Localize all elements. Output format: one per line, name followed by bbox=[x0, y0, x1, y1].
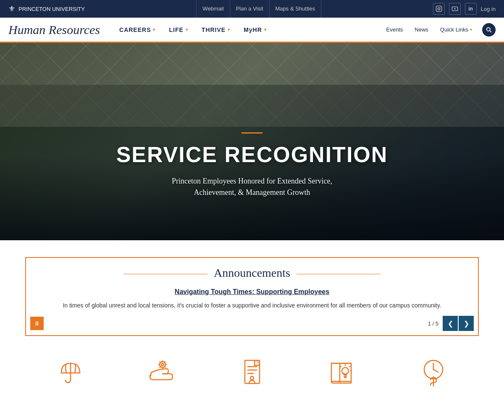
hero-section: SERVICE RECOGNITION Princeton Employees … bbox=[0, 43, 504, 240]
svg-line-6 bbox=[490, 30, 491, 32]
svg-rect-0 bbox=[436, 6, 441, 11]
nav-quicklinks-label: Quick Links bbox=[440, 26, 468, 33]
svg-point-5 bbox=[487, 27, 490, 31]
pause-button[interactable]: ⏸ bbox=[30, 317, 44, 330]
princeton-name: PRINCETON UNIVERSITY bbox=[18, 6, 85, 12]
clock-dollar-icon bbox=[419, 357, 448, 386]
svg-point-2 bbox=[440, 7, 441, 8]
service-icon-item[interactable] bbox=[147, 357, 176, 386]
webmail-link[interactable]: Webmail bbox=[196, 0, 230, 18]
announcement-link[interactable]: Navigating Tough Times: Supporting Emplo… bbox=[51, 288, 453, 296]
nav-myhr-label: MyHR bbox=[244, 26, 262, 33]
nav-thrive[interactable]: THRIVE ▾ bbox=[195, 18, 237, 43]
princeton-logo: ⚜ PRINCETON UNIVERSITY bbox=[8, 4, 85, 13]
compensation-icon-item[interactable] bbox=[419, 357, 448, 386]
book-lightbulb-icon bbox=[328, 357, 357, 386]
hero-subtitle: Princeton Employees Honored for Extended… bbox=[0, 176, 504, 198]
utility-bar: ⚜ PRINCETON UNIVERSITY Webmail Plan a Vi… bbox=[0, 0, 504, 18]
maps-shuttles-link[interactable]: Maps & Shuttles bbox=[270, 0, 322, 18]
login-link[interactable]: Log in bbox=[481, 6, 496, 12]
svg-line-14 bbox=[160, 362, 161, 363]
nav-life-label: LIFE bbox=[169, 26, 183, 33]
announcements-title: Announcements bbox=[51, 266, 453, 280]
announcement-text: In times of global unrest and local tens… bbox=[51, 301, 453, 310]
utility-left: ⚜ PRINCETON UNIVERSITY bbox=[8, 4, 85, 13]
icon-section bbox=[0, 344, 504, 395]
svg-line-36 bbox=[433, 370, 438, 372]
nav-life[interactable]: LIFE ▾ bbox=[162, 18, 194, 43]
benefits-icon-item[interactable] bbox=[56, 357, 85, 386]
hero-subtitle-line1: Princeton Employees Honored for Extended… bbox=[172, 177, 332, 185]
nav-careers-label: CAREERS bbox=[119, 26, 151, 33]
main-nav-links: CAREERS ▾ LIFE ▾ THRIVE ▾ MyHR ▾ bbox=[113, 18, 385, 42]
knowledge-icon-item[interactable] bbox=[328, 357, 357, 386]
announcements-section: Announcements Navigating Tough Times: Su… bbox=[0, 240, 504, 344]
shield-icon: ⚜ bbox=[8, 4, 15, 13]
utility-links: Webmail Plan a Visit Maps & Shuttles bbox=[196, 0, 321, 18]
hand-gear-icon bbox=[147, 357, 176, 386]
hero-content: SERVICE RECOGNITION Princeton Employees … bbox=[0, 132, 504, 198]
svg-line-15 bbox=[165, 367, 165, 368]
prev-slide-button[interactable]: ❮ bbox=[443, 316, 458, 331]
svg-line-31 bbox=[349, 366, 350, 367]
slide-counter: 1 / 5 bbox=[428, 320, 438, 327]
svg-line-33 bbox=[341, 366, 341, 367]
plan-visit-link[interactable]: Plan a Visit bbox=[230, 0, 270, 18]
announcements-box: Announcements Navigating Tough Times: Su… bbox=[25, 257, 479, 336]
nav-news-link[interactable]: News bbox=[413, 26, 430, 33]
chevron-down-icon: ▾ bbox=[186, 27, 188, 32]
search-button[interactable] bbox=[482, 23, 496, 37]
linkedin-icon[interactable]: in bbox=[465, 3, 477, 15]
site-title[interactable]: Human Resources bbox=[8, 23, 100, 37]
hero-accent-line bbox=[242, 132, 262, 134]
svg-point-1 bbox=[438, 8, 440, 10]
hero-title: SERVICE RECOGNITION bbox=[0, 142, 504, 167]
umbrella-icon bbox=[56, 357, 85, 386]
chevron-down-icon: ▾ bbox=[470, 27, 472, 32]
svg-point-27 bbox=[342, 368, 349, 374]
svg-point-24 bbox=[250, 376, 254, 380]
chevron-down-icon: ▾ bbox=[228, 27, 230, 32]
chevron-down-icon: ▾ bbox=[264, 27, 267, 32]
hero-subtitle-line2: Achievement, & Management Growth bbox=[194, 188, 310, 197]
instagram-icon[interactable] bbox=[433, 3, 445, 15]
svg-line-17 bbox=[160, 367, 161, 368]
nav-myhr[interactable]: MyHR ▾ bbox=[237, 18, 273, 43]
next-slide-button[interactable]: ❯ bbox=[459, 316, 474, 331]
chevron-down-icon: ▾ bbox=[153, 27, 155, 32]
nav-events-link[interactable]: Events bbox=[385, 26, 405, 33]
utility-right: in Log in bbox=[433, 3, 496, 15]
nav-right: Events News Quick Links ▾ bbox=[385, 23, 496, 37]
document-icon bbox=[237, 357, 267, 386]
main-nav: Human Resources CAREERS ▾ LIFE ▾ THRIVE … bbox=[0, 18, 504, 43]
svg-line-16 bbox=[165, 362, 165, 363]
announcements-controls: ⏸ 1 / 5 ❮ ❯ bbox=[30, 316, 474, 331]
nav-quicklinks-link[interactable]: Quick Links ▾ bbox=[438, 26, 474, 33]
svg-point-9 bbox=[161, 363, 164, 366]
slide-nav-controls: 1 / 5 ❮ ❯ bbox=[428, 316, 474, 331]
youtube-icon[interactable] bbox=[449, 3, 461, 15]
nav-careers[interactable]: CAREERS ▾ bbox=[113, 18, 162, 43]
forms-icon-item[interactable] bbox=[237, 357, 267, 386]
svg-marker-4 bbox=[454, 8, 456, 10]
nav-thrive-label: THRIVE bbox=[202, 26, 226, 33]
